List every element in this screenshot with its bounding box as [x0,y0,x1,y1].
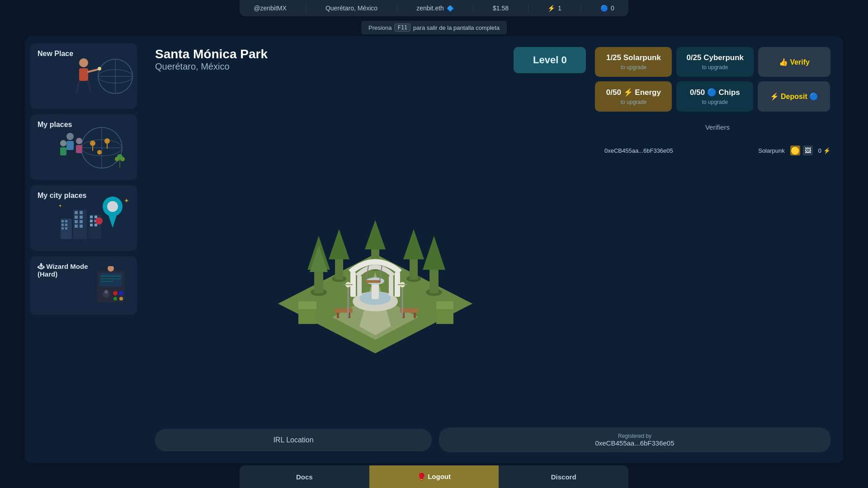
verifiers-panel: Verifiers 0xeCB455aa...6bF336e05 Solarpu… [604,119,830,420]
svg-rect-33 [65,224,67,226]
svg-point-18 [97,150,102,155]
svg-point-28 [120,157,125,161]
solarpunk-stat: 1/25 Solarpunk to upgrade [595,47,672,77]
notice-post: para salir de la pantalla completa [413,24,500,31]
content-area: Santa Mónica Park Querétaro, México Leve… [142,36,843,463]
svg-point-14 [90,141,95,146]
footer: Docs 🥊 Logout Discord [240,465,628,488]
svg-rect-112 [436,308,453,324]
place-header: Santa Mónica Park Querétaro, México Leve… [155,47,830,112]
divider2 [397,4,397,13]
svg-point-21 [76,138,82,144]
my-places-label: My places [38,121,130,129]
notice-pre: Presiona [368,24,392,31]
energy-sub: to upgrade [621,99,646,105]
chips-value: 0 [611,5,614,12]
verifier-type: Solarpunk [758,147,785,154]
svg-rect-42 [80,220,83,223]
chips-sub: to upgrade [702,99,728,105]
verifier-address: 0xeCB455aa...6bF336e05 [604,147,753,154]
stat-cards-row-1: 1/25 Solarpunk to upgrade 0/25 Cyberpunk… [595,47,830,77]
svg-line-7 [77,81,79,92]
svg-rect-48 [90,220,93,222]
svg-rect-5 [79,68,88,81]
svg-marker-84 [329,229,349,259]
chips-value: 0/50 🔵 Chips [690,88,740,97]
svg-point-27 [115,157,119,161]
svg-rect-113 [436,301,453,309]
svg-rect-31 [65,220,67,222]
verifier-icons: 🟡 🖼 [790,145,813,155]
place-title-block: Santa Mónica Park Querétaro, México [155,47,505,72]
logout-button[interactable]: 🥊 Logout [369,465,499,488]
sidebar: New Place [25,36,142,463]
svg-rect-98 [335,308,353,313]
park-scene-svg [264,182,486,358]
irl-location-button[interactable]: IRL Location [155,429,432,451]
cyberpunk-value: 0/25 Cyberpunk [686,53,744,62]
svg-rect-46 [90,216,93,218]
deposit-button[interactable]: ⚡ Deposit 🔵 [758,81,830,112]
svg-point-68 [119,297,123,300]
svg-rect-43 [75,225,78,228]
energy-value: 1 [558,5,561,12]
svg-rect-111 [298,301,316,309]
svg-point-55 [95,217,103,225]
verifier-energy: 0 ⚡ [818,147,830,154]
svg-rect-30 [61,220,64,222]
wizard-label: 🕹 Wizard Mode(Hard) [38,263,130,278]
my-places-card[interactable]: My places [30,114,137,180]
svg-point-65 [113,291,118,296]
svg-marker-93 [365,220,386,249]
discord-label: Discord [551,473,576,481]
logout-label: 🥊 Logout [417,473,451,480]
svg-marker-90 [403,229,424,259]
svg-rect-41 [75,220,78,223]
svg-marker-87 [423,236,445,270]
solarpunk-value: 1/25 Solarpunk [606,53,661,62]
irl-btn-label: IRL Location [273,436,313,444]
svg-rect-51 [94,224,97,226]
park-3d-view [155,119,595,420]
new-place-card[interactable]: New Place [30,43,137,109]
energy-icon-verifier: ⚡ [823,147,830,154]
svg-rect-38 [80,211,83,214]
place-name: Santa Mónica Park [155,47,505,61]
price-display: $1.58 [493,5,509,12]
top-bar: @zenbitMX Querétaro, México zenbit.eth 🔷… [240,0,628,16]
docs-button[interactable]: Docs [240,465,369,488]
discord-button[interactable]: Discord [499,465,628,488]
eth-icon: 🔷 [447,5,454,12]
energy-display: ⚡ 1 [547,5,561,12]
docs-label: Docs [296,473,313,481]
svg-rect-32 [61,224,64,226]
username-display: @zenbitMX [254,5,287,12]
svg-rect-96 [357,276,362,296]
svg-point-9 [98,67,101,70]
my-city-places-card[interactable]: My city places [30,185,137,251]
svg-point-66 [119,291,123,296]
verifier-energy-value: 0 [818,147,821,154]
eth-address-display: zenbit.eth 🔷 [416,5,454,12]
energy-stat: 0/50 ⚡ Energy to upgrade [595,81,672,112]
wizard-mode-card[interactable]: 🕹 Wizard Mode(Hard) [30,256,137,315]
svg-marker-54 [108,214,117,228]
svg-rect-20 [66,141,74,150]
middle-section: Verifiers 0xeCB455aa...6bF336e05 Solarpu… [155,119,830,420]
svg-rect-22 [76,145,82,153]
svg-rect-99 [337,313,339,318]
svg-rect-35 [65,227,67,230]
verify-button[interactable]: 👍 Verify [758,47,830,77]
main-container: New Place [25,36,843,463]
f11-key: F11 [394,23,410,32]
location-display: Querétaro, México [326,5,377,12]
verifier-row: 0xeCB455aa...6bF336e05 Solarpunk 🟡 🖼 0 ⚡ [604,142,830,159]
svg-line-8 [88,81,90,92]
registered-by-block: Registered by 0xeCB455aa...6bF336e05 [439,427,830,452]
verify-label: 👍 Verify [779,58,810,66]
my-city-places-label: My city places [38,192,130,200]
energy-icon: ⚡ [547,5,555,12]
svg-rect-44 [80,225,83,228]
svg-rect-37 [75,211,78,214]
svg-rect-103 [414,313,416,318]
